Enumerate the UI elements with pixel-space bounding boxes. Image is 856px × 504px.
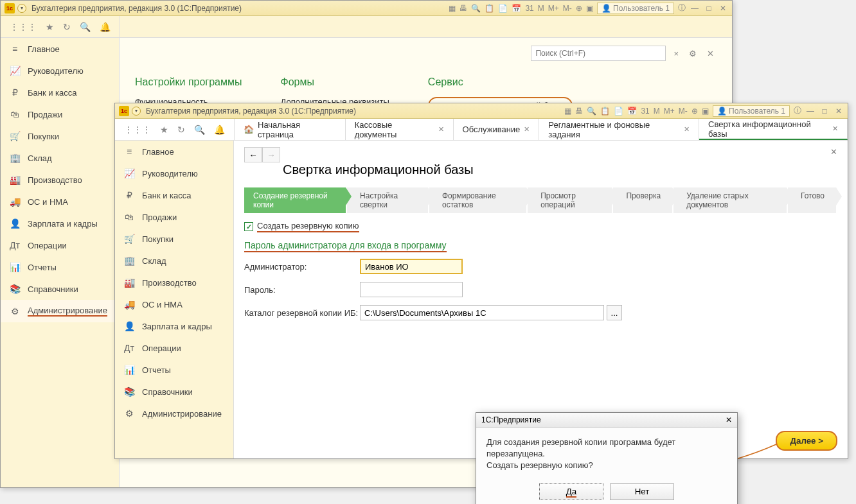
close-icon[interactable]: ✕ (684, 125, 690, 134)
sidebar-item-production[interactable]: 🏭Производство (115, 272, 233, 293)
date-icon[interactable]: 31 (641, 107, 649, 116)
m-minus-icon[interactable]: M- (679, 107, 688, 116)
sidebar-item-purchase[interactable]: 🛒Покупки (115, 228, 233, 250)
settings-gear-icon[interactable]: ⚙ (686, 49, 699, 58)
date-icon[interactable]: 31 (525, 4, 533, 13)
sidebar-item-warehouse[interactable]: 🏢Склад (1, 147, 119, 169)
close-icon[interactable]: ✕ (832, 125, 838, 133)
wizard-step-4[interactable]: Просмотр операций (528, 187, 612, 213)
print-preview-icon[interactable]: ▦ (449, 4, 456, 13)
star-icon[interactable]: ★ (160, 125, 168, 135)
dialog-no-button[interactable]: Нет (610, 483, 674, 500)
m-minus-icon[interactable]: M- (563, 4, 572, 13)
search-clear-icon[interactable]: × (671, 49, 681, 58)
sidebar-item-main[interactable]: ≡Главное (1, 38, 119, 60)
dialog-close-icon[interactable]: ✕ (726, 415, 732, 424)
bell-icon[interactable]: 🔔 (100, 22, 111, 32)
copy-icon[interactable]: 📋 (485, 4, 494, 13)
m-plus-icon[interactable]: M+ (548, 4, 559, 13)
m-icon[interactable]: M (654, 107, 660, 116)
tab-cash-docs[interactable]: Кассовые документы✕ (346, 119, 454, 140)
bell-icon[interactable]: 🔔 (214, 125, 225, 135)
zoom-icon[interactable]: ⊕ (691, 107, 698, 116)
close-icon[interactable]: ✕ (524, 125, 530, 134)
info-icon[interactable]: ⓘ (794, 105, 801, 116)
minimize-button[interactable]: — (690, 4, 700, 13)
maximize-button[interactable]: □ (704, 4, 714, 13)
sidebar-item-admin[interactable]: ⚙Администрирование (115, 403, 233, 424)
minimize-button[interactable]: — (805, 107, 816, 116)
user-label-front[interactable]: 👤 Пользователь 1 (713, 105, 790, 117)
print-preview-icon[interactable]: ▦ (564, 107, 571, 116)
create-backup-checkbox[interactable]: ✓ Создать резервную копию (244, 221, 837, 232)
star-icon[interactable]: ★ (46, 22, 54, 32)
sidebar-item-sales[interactable]: 🛍Продажи (1, 103, 119, 125)
sidebar-item-main[interactable]: ≡Главное (115, 141, 233, 162)
sidebar-item-salary[interactable]: 👤Зарплата и кадры (115, 315, 233, 337)
history-icon[interactable]: ↻ (177, 125, 185, 135)
search-icon[interactable]: 🔍 (471, 4, 481, 13)
browse-button[interactable]: ... (607, 305, 622, 320)
nav-back-button[interactable]: ← (244, 147, 262, 162)
calc-icon[interactable]: 📄 (498, 4, 508, 13)
search-icon[interactable]: 🔍 (587, 107, 596, 116)
search-tool-icon[interactable]: 🔍 (80, 22, 91, 32)
close-button[interactable]: ✕ (718, 4, 728, 13)
admin-input[interactable] (360, 259, 463, 274)
sidebar-item-manager[interactable]: 📈Руководителю (115, 162, 233, 184)
sidebar-item-warehouse[interactable]: 🏢Склад (115, 250, 233, 272)
sidebar-item-manager[interactable]: 📈Руководителю (1, 60, 119, 82)
tab-service[interactable]: Обслуживание✕ (454, 119, 540, 140)
sidebar-item-admin[interactable]: ⚙Администрирование (1, 300, 119, 322)
history-icon[interactable]: ↻ (63, 22, 71, 32)
apps-icon[interactable]: ⋮⋮⋮ (124, 125, 151, 135)
info-icon[interactable]: ⓘ (678, 3, 686, 13)
sidebar-item-assets[interactable]: 🚚ОС и НМА (1, 191, 119, 213)
sidebar-item-reference[interactable]: 📚Справочники (1, 278, 119, 300)
wizard-step-3[interactable]: Формирование остатков (429, 187, 526, 213)
search-input[interactable] (531, 46, 666, 61)
print-icon[interactable]: 🖶 (459, 4, 467, 13)
wizard-step-5[interactable]: Проверка (613, 187, 672, 213)
sidebar-item-purchase[interactable]: 🛒Покупки (1, 125, 119, 147)
next-button[interactable]: Далее > (776, 431, 837, 451)
grid-icon[interactable]: ▣ (702, 107, 709, 116)
maximize-button[interactable]: □ (819, 107, 830, 116)
catalog-input[interactable] (360, 305, 604, 320)
sidebar-item-reports[interactable]: 📊Отчеты (115, 359, 233, 381)
m-icon[interactable]: M (538, 4, 544, 13)
calendar-icon[interactable]: 📅 (512, 4, 521, 13)
dropdown-icon[interactable]: ▾ (132, 107, 141, 116)
password-input[interactable] (360, 282, 463, 297)
wizard-step-6[interactable]: Удаление старых документов (673, 187, 787, 213)
wizard-step-2[interactable]: Настройка свертки (347, 187, 428, 213)
sidebar-item-assets[interactable]: 🚚ОС и НМА (115, 293, 233, 315)
user-label[interactable]: 👤 Пользователь 1 (597, 3, 674, 14)
sidebar-item-operations[interactable]: ДтОперации (1, 234, 119, 256)
calendar-icon[interactable]: 📅 (627, 107, 637, 116)
zoom-icon[interactable]: ⊕ (576, 4, 582, 13)
tab-jobs[interactable]: Регламентные и фоновые задания✕ (539, 119, 699, 140)
calc-icon[interactable]: 📄 (614, 107, 623, 116)
search-tool-icon[interactable]: 🔍 (194, 125, 205, 135)
print-icon[interactable]: 🖶 (575, 107, 583, 116)
panel-close-icon[interactable]: ✕ (704, 49, 717, 58)
dialog-yes-button[interactable]: Да (539, 483, 603, 500)
grid-icon[interactable]: ▣ (586, 4, 593, 13)
close-button[interactable]: ✕ (834, 107, 844, 116)
wizard-step-1[interactable]: Создание резервной копии (244, 187, 346, 213)
close-page-icon[interactable]: ✕ (830, 147, 837, 157)
nav-forward-button[interactable]: → (262, 147, 280, 162)
sidebar-item-reference[interactable]: 📚Справочники (115, 381, 233, 403)
sidebar-item-bank[interactable]: ₽Банк и касса (115, 184, 233, 206)
dropdown-icon[interactable]: ▾ (17, 4, 26, 13)
copy-icon[interactable]: 📋 (600, 107, 610, 116)
sidebar-item-bank[interactable]: ₽Банк и касса (1, 82, 119, 103)
wizard-step-7[interactable]: Готово (788, 187, 836, 213)
tab-svertka[interactable]: Свертка информационной базы✕ (699, 119, 848, 140)
close-icon[interactable]: ✕ (438, 125, 444, 134)
tab-home[interactable]: 🏠Начальная страница (235, 119, 346, 140)
sidebar-item-salary[interactable]: 👤Зарплата и кадры (1, 213, 119, 234)
m-plus-icon[interactable]: M+ (664, 107, 675, 116)
apps-icon[interactable]: ⋮⋮⋮ (10, 22, 37, 32)
